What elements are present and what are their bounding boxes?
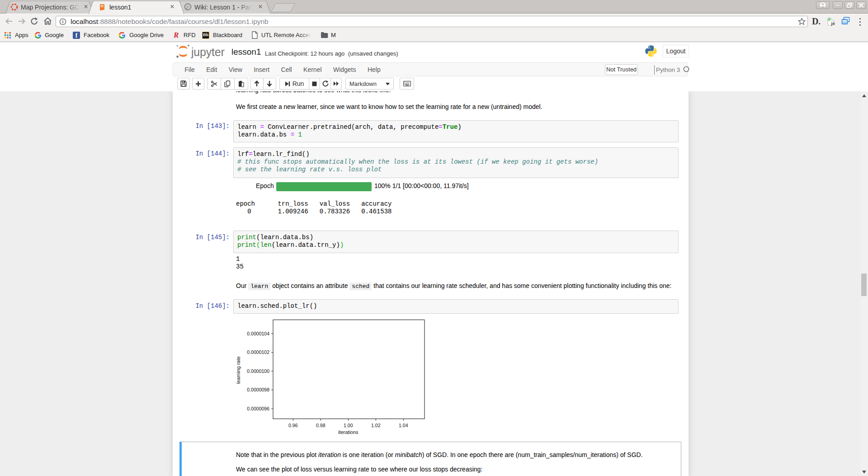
svg-text:iterations: iterations [338,429,359,435]
svg-text:1.04: 1.04 [399,423,408,428]
svg-text:0.0000104: 0.0000104 [247,331,269,336]
svg-text:0.0000102: 0.0000102 [247,349,269,355]
svg-text:0.0000098: 0.0000098 [247,387,269,392]
svg-text:1.02: 1.02 [371,423,381,428]
svg-text:0.0000100: 0.0000100 [247,368,269,374]
svg-text:js: js [831,21,835,26]
svg-text:0.0000096: 0.0000096 [247,406,269,411]
svg-text:1.00: 1.00 [344,423,353,428]
svg-text:0.98: 0.98 [316,423,326,428]
svg-text:learning rate: learning rate [236,356,241,384]
svg-text:0.96: 0.96 [288,423,298,428]
